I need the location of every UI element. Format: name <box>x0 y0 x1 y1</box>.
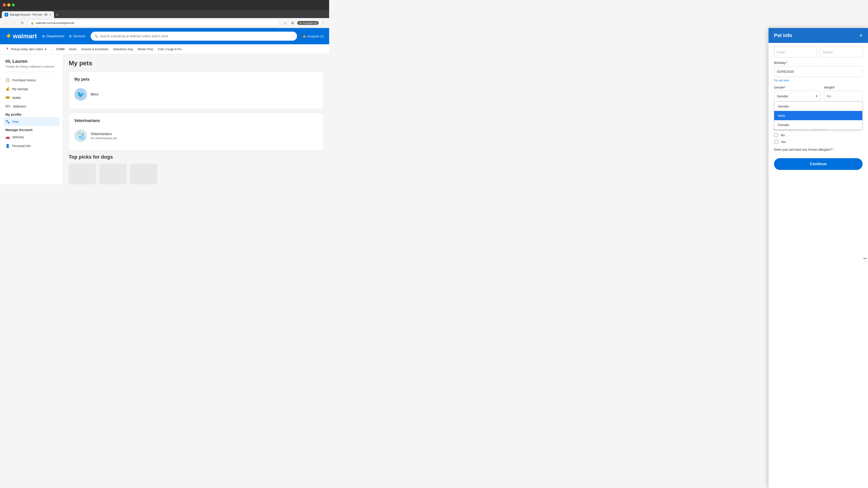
my-pets-section-title: My pets <box>74 77 318 82</box>
vehicles-icon: 🚗 <box>5 135 10 139</box>
chevron-down-icon: ▾ <box>45 47 46 51</box>
split-screen-button[interactable]: ⧉ <box>289 20 296 26</box>
main-content: Hi, Lauren Thanks for being a Walmart cu… <box>0 54 329 184</box>
reload-button[interactable]: ↻ <box>19 20 25 26</box>
sidebar-item-purchase-history[interactable]: 📋 Purchase history <box>4 76 59 85</box>
spark-icon: ✦ <box>5 32 11 40</box>
services-nav[interactable]: ⊞ Services <box>69 34 85 38</box>
sidebar-label-personal-info: Personal info <box>12 144 31 148</box>
user-greeting-sub: Thanks for being a Walmart customer <box>5 65 58 68</box>
sidebar-item-wallet[interactable]: 💳 Wallet <box>4 93 59 102</box>
product-grid <box>69 164 324 184</box>
services-label: Services <box>73 34 85 38</box>
user-greeting-name: Hi, Lauren <box>5 59 58 64</box>
my-profile-section-title: My profile <box>4 111 59 117</box>
pet-name-mimi: Mimi <box>91 92 98 96</box>
manage-account-section-title: Manage Account <box>4 126 59 133</box>
incognito-icon: 🕵️ <box>303 35 306 38</box>
close-window-button[interactable] <box>3 3 6 6</box>
purchase-history-icon: 📋 <box>5 78 10 82</box>
page-wrapper: ✦ walmart ⊞ Departments ⊞ Services 🔍 Sea… <box>0 28 329 184</box>
minimize-window-button[interactable] <box>7 3 10 6</box>
url-display: walmart.com/account/pet-hub <box>36 21 74 25</box>
maximize-window-button[interactable] <box>12 3 15 6</box>
pickup-label: Pickup today, 9pm-10pm <box>11 47 43 51</box>
pets-icon: 🐾 <box>5 120 10 124</box>
wallet-icon: 💳 <box>5 96 10 100</box>
sidebar-item-vehicles[interactable]: 🚗 Vehicles <box>4 133 59 141</box>
header-actions: 🕵️ Incognito (3) <box>303 35 324 38</box>
sidebar-item-walmart-plus[interactable]: W+ Walmart+ <box>4 102 59 111</box>
page-title: My pets <box>69 60 324 67</box>
departments-icon: ⊞ <box>42 34 45 38</box>
veterinarians-card: Veterinarians 🩺 Veterinarians No veterin… <box>69 113 324 151</box>
cold-nav[interactable]: Cold, Cough & Flu <box>158 47 182 51</box>
winter-nav[interactable]: Winter Prep <box>138 47 153 51</box>
header-nav: ⊞ Departments ⊞ Services <box>42 34 85 38</box>
walmart-logo[interactable]: ✦ walmart <box>5 32 37 40</box>
grocery-nav[interactable]: Grocery & Essentials <box>81 47 108 51</box>
pickup-info[interactable]: 📍 Pickup today, 9pm-10pm ▾ <box>5 47 46 51</box>
vet-sub: No veterinarians yet <box>91 136 117 140</box>
tab-bar: W Manage Account - Pet hub - Wi ✕ + <box>0 10 329 18</box>
vet-avatar: 🩺 <box>74 129 87 142</box>
vet-name: Veterinarians <box>91 132 117 136</box>
top-picks-title: Top picks for dogs <box>69 154 324 160</box>
product-card-2[interactable] <box>99 164 127 184</box>
back-button[interactable]: ← <box>3 20 9 26</box>
sidebar-label-walmart-plus: Walmart+ <box>13 105 27 108</box>
sidebar-label-pets: Pets <box>12 120 19 124</box>
incognito-header: 🕵️ Incognito (3) <box>303 35 324 38</box>
sidebar-item-personal-info[interactable]: 👤 Personal info <box>4 141 59 150</box>
bookmark-button[interactable]: ☆ <box>282 20 288 26</box>
tab-title: Manage Account - Pet hub - Wi <box>10 13 48 16</box>
search-placeholder: Search everything at Walmart online and … <box>100 34 168 38</box>
sidebar-label-savings: My savings <box>12 87 28 91</box>
product-card-1[interactable] <box>69 164 96 184</box>
header-search[interactable]: 🔍 Search everything at Walmart online an… <box>91 32 297 41</box>
walmart-plus-icon: W+ <box>5 104 11 108</box>
user-greeting: Hi, Lauren Thanks for being a Walmart cu… <box>4 59 59 72</box>
search-icon: 🔍 <box>94 34 98 38</box>
browser-window-controls <box>0 0 329 10</box>
incognito-icon: 🕵️ <box>299 22 302 24</box>
sidebar-item-savings[interactable]: 💰 My savings <box>4 85 59 93</box>
tab-close-button[interactable]: ✕ <box>49 13 51 16</box>
lock-icon: 🔒 <box>31 22 34 25</box>
active-tab[interactable]: W Manage Account - Pet hub - Wi ✕ <box>2 11 54 18</box>
deals-nav[interactable]: Deals <box>69 47 76 51</box>
pet-item-mimi[interactable]: 🐦 Mimi <box>74 86 318 103</box>
sidebar: Hi, Lauren Thanks for being a Walmart cu… <box>0 54 63 184</box>
zipcode-display: 07094 <box>56 47 64 51</box>
product-card-3[interactable] <box>130 164 157 184</box>
location-icon: 📍 <box>5 47 9 51</box>
secondary-nav: 📍 Pickup today, 9pm-10pm ▾ | 07094 Deals… <box>0 44 329 54</box>
window-buttons[interactable] <box>3 3 15 6</box>
vet-section-title: Veterinarians <box>74 119 318 123</box>
sidebar-label-purchase-history: Purchase history <box>12 78 36 82</box>
personal-info-icon: 👤 <box>5 144 10 148</box>
sidebar-label-wallet: Wallet <box>12 96 21 100</box>
valentines-nav[interactable]: Valentine's Day <box>113 47 133 51</box>
new-tab-button[interactable]: + <box>54 12 60 18</box>
walmart-header: ✦ walmart ⊞ Departments ⊞ Services 🔍 Sea… <box>0 28 329 44</box>
incognito-badge: 🕵️ Incognito (3) <box>297 21 319 25</box>
services-icon: ⊞ <box>69 34 72 38</box>
departments-nav[interactable]: ⊞ Departments <box>42 34 64 38</box>
menu-button[interactable]: ⋮ <box>320 20 327 26</box>
nav-actions: ☆ ⧉ 🕵️ Incognito (3) ⋮ <box>282 20 327 26</box>
departments-label: Departments <box>46 34 64 38</box>
navigation-bar: ← → ↻ 🔒 walmart.com/account/pet-hub ☆ ⧉ … <box>0 18 329 28</box>
address-bar[interactable]: 🔒 walmart.com/account/pet-hub <box>27 20 280 27</box>
vet-item: 🩺 Veterinarians No veterinarians yet <box>74 127 318 145</box>
page-content: My pets My pets 🐦 Mimi Veterinarians 🩺 V… <box>63 54 329 184</box>
pet-avatar-mimi: 🐦 <box>74 88 87 101</box>
my-pets-card: My pets 🐦 Mimi <box>69 71 324 109</box>
sidebar-item-pets[interactable]: 🐾 Pets <box>4 117 59 126</box>
forward-button[interactable]: → <box>11 20 17 26</box>
walmart-wordmark: walmart <box>13 33 37 40</box>
incognito-header-label: Incognito (3) <box>307 35 324 38</box>
sidebar-label-vehicles: Vehicles <box>12 135 24 139</box>
incognito-label: Incognito (3) <box>303 22 317 24</box>
tab-favicon: W <box>4 13 8 17</box>
